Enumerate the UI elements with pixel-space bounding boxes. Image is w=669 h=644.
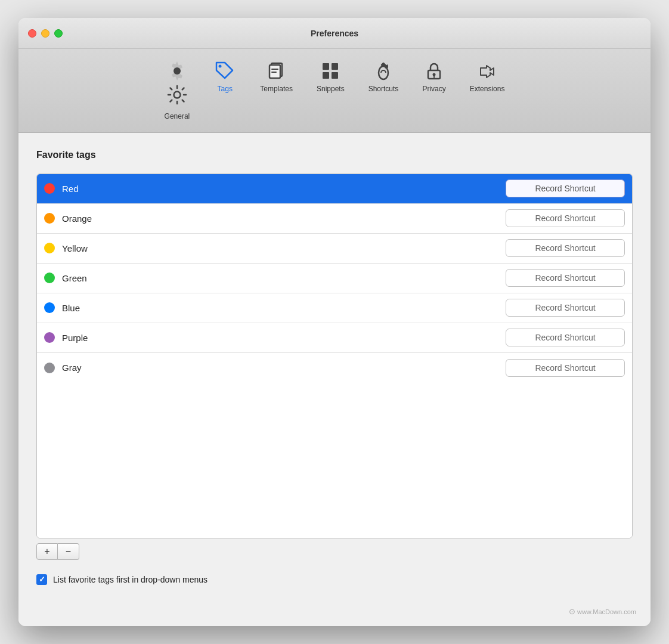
close-button[interactable] <box>28 29 36 38</box>
general-label: General <box>165 112 190 120</box>
record-shortcut-purple[interactable]: Record Shortcut <box>506 329 625 346</box>
snippets-icon <box>319 60 342 82</box>
tags-container: RedRecord ShortcutOrangeRecord ShortcutY… <box>36 174 633 538</box>
remove-tag-button[interactable]: − <box>58 543 79 560</box>
tag-name-red: Red <box>62 184 506 194</box>
main-content: Favorite tags RedRecord ShortcutOrangeRe… <box>18 133 651 624</box>
tag-dot-yellow <box>44 243 55 253</box>
toolbar-item-privacy[interactable]: Privacy <box>410 56 457 124</box>
templates-icon <box>265 60 288 82</box>
toolbar-item-extensions[interactable]: Extensions <box>458 56 517 124</box>
maximize-button[interactable] <box>54 29 63 38</box>
record-shortcut-yellow[interactable]: Record Shortcut <box>506 239 625 257</box>
preferences-window: Preferences Genera <box>18 18 651 626</box>
tag-row-yellow[interactable]: YellowRecord Shortcut <box>37 234 632 264</box>
toolbar-item-shortcuts[interactable]: Shortcuts <box>357 56 411 124</box>
tag-row-orange[interactable]: OrangeRecord Shortcut <box>37 204 632 234</box>
minimize-button[interactable] <box>41 29 49 38</box>
tag-name-green: Green <box>62 273 506 283</box>
shortcuts-icon <box>372 60 395 82</box>
tag-name-gray: Gray <box>62 363 506 373</box>
checkbox-label: List favorite tags first in drop-down me… <box>53 575 207 584</box>
general-icon <box>167 85 187 110</box>
window-title: Preferences <box>311 29 358 38</box>
privacy-label: Privacy <box>422 85 445 93</box>
svg-rect-8 <box>323 72 329 79</box>
shortcuts-label: Shortcuts <box>368 85 399 93</box>
svg-rect-9 <box>332 72 338 79</box>
record-shortcut-red[interactable]: Record Shortcut <box>506 179 625 197</box>
record-shortcut-orange[interactable]: Record Shortcut <box>506 209 625 227</box>
record-shortcut-blue[interactable]: Record Shortcut <box>506 299 625 317</box>
window-controls <box>28 29 63 38</box>
checkbox-row: ✓ List favorite tags first in drop-down … <box>36 574 633 585</box>
list-first-checkbox[interactable]: ✓ <box>36 574 47 585</box>
tag-dot-red <box>44 183 55 194</box>
macdown-icon: ⊙ <box>569 607 575 616</box>
extensions-label: Extensions <box>470 85 505 93</box>
tag-dot-green <box>44 273 55 283</box>
toolbar-item-general[interactable]: General <box>153 56 202 124</box>
add-remove-controls: + − <box>36 543 633 560</box>
tag-row-purple[interactable]: PurpleRecord Shortcut <box>37 323 632 353</box>
tag-name-yellow: Yellow <box>62 243 506 253</box>
tag-row-red[interactable]: RedRecord Shortcut <box>37 174 632 204</box>
tag-dot-purple <box>44 332 55 343</box>
tag-icon <box>213 60 236 82</box>
tag-dot-orange <box>44 213 55 224</box>
svg-rect-7 <box>332 63 338 70</box>
extensions-icon <box>476 60 498 82</box>
gear-icon <box>166 60 188 82</box>
toolbar-item-snippets[interactable]: Snippets <box>305 56 357 124</box>
tag-row-green[interactable]: GreenRecord Shortcut <box>37 264 632 293</box>
toolbar-item-tags[interactable]: Tags <box>202 56 248 124</box>
watermark-area: ⊙ www.MacDown.com <box>18 606 651 626</box>
tags-list: RedRecord ShortcutOrangeRecord ShortcutY… <box>37 174 632 383</box>
tag-row-blue[interactable]: BlueRecord Shortcut <box>37 293 632 323</box>
record-shortcut-gray[interactable]: Record Shortcut <box>506 359 625 377</box>
toolbar-item-templates[interactable]: Templates <box>248 56 305 124</box>
watermark-text: ⊙ www.MacDown.com <box>569 608 636 615</box>
tag-row-gray[interactable]: GrayRecord Shortcut <box>37 353 632 383</box>
tags-label: Tags <box>218 85 233 93</box>
svg-point-0 <box>174 92 180 98</box>
templates-label: Templates <box>260 85 293 93</box>
section-title: Favorite tags <box>36 150 633 160</box>
svg-rect-6 <box>323 63 329 70</box>
privacy-icon <box>423 60 445 82</box>
checkmark-icon: ✓ <box>39 575 45 584</box>
tag-name-purple: Purple <box>62 333 506 343</box>
svg-point-1 <box>219 65 222 68</box>
record-shortcut-green[interactable]: Record Shortcut <box>506 269 625 287</box>
snippets-label: Snippets <box>317 85 345 93</box>
tag-dot-gray <box>44 363 55 373</box>
titlebar: Preferences <box>18 18 651 49</box>
tag-name-orange: Orange <box>62 213 506 224</box>
tag-dot-blue <box>44 302 55 313</box>
toolbar: General Tags Templates <box>18 49 651 133</box>
tag-name-blue: Blue <box>62 303 506 313</box>
empty-area <box>37 383 632 538</box>
add-tag-button[interactable]: + <box>36 543 58 560</box>
